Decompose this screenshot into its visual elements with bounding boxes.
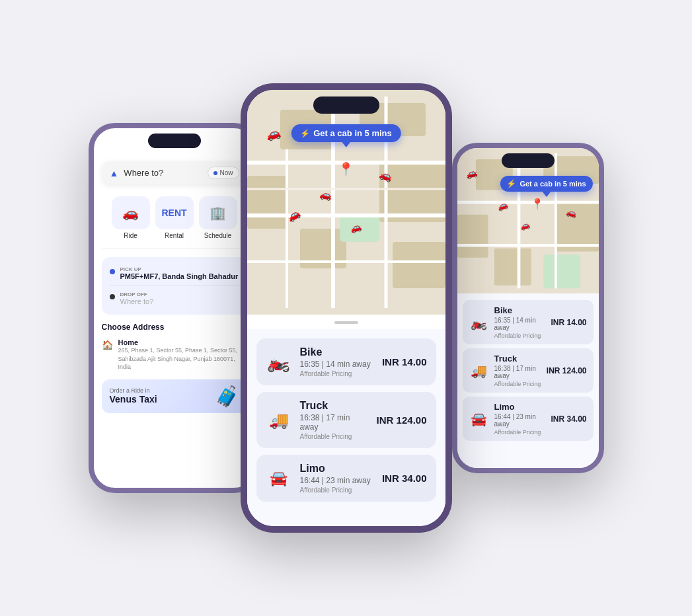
now-badge[interactable]: Now [208, 167, 239, 179]
search-placeholder: Where to? [124, 168, 202, 178]
phones-container: ▲ Where to? Now 🚗 Ride RENT Rental [89, 24, 604, 592]
search-bar[interactable]: ▲ Where to? Now [102, 161, 247, 184]
phone-left: ▲ Where to? Now 🚗 Ride RENT Rental [89, 123, 260, 493]
right-limo-name: Limo [494, 402, 546, 412]
divider-1 [102, 249, 247, 249]
address-home[interactable]: 🏠 Home 265, Phase 1, Sector 55, Phase 1,… [94, 334, 255, 375]
map-right: ⚡ Get a cab in 5 mins 📍 🚗 🚗 🚗 🚗 [457, 148, 599, 293]
right-bike-time: 16:35 | 14 min away [494, 317, 546, 331]
right-limo-icon: 🚘 [469, 411, 489, 427]
cab-bubble-right[interactable]: ⚡ Get a cab in 5 mins [500, 176, 592, 192]
bike-time: 16:35 | 14 min away [300, 360, 374, 369]
phone-right: ⚡ Get a cab in 5 mins 📍 🚗 🚗 🚗 🚗 🏍️ Bike [452, 143, 604, 473]
promo-text-block: Order a Ride in Venus Taxi [110, 387, 157, 404]
ride-icon-box: 🚗 [112, 196, 150, 229]
cab-bubble-text-right: Get a cab in 5 mins [519, 180, 586, 188]
service-schedule[interactable]: 🏢 Schedule [199, 196, 237, 239]
right-bike-info: Bike 16:35 | 14 min away Affordable Pric… [494, 305, 546, 339]
ride-card-limo[interactable]: 🚘 Limo 16:44 | 23 min away Affordable Pr… [256, 455, 436, 502]
home-name: Home [118, 338, 247, 346]
right-limo-info: Limo 16:44 | 23 min away Affordable Pric… [494, 402, 546, 436]
limo-time: 16:44 | 23 min away [300, 476, 374, 485]
pickup-dot [110, 269, 115, 274]
ride-label: Ride [124, 232, 137, 239]
dropoff-dot [110, 294, 115, 299]
limo-info: Limo 16:44 | 23 min away Affordable Pric… [300, 463, 374, 494]
phone-center: ⚡ Get a cab in 5 mins 📍 🚗 🚗 🚗 🚗 🚗 🏍️ [241, 83, 452, 533]
right-ride-limo[interactable]: 🚘 Limo 16:44 | 23 min away Affordable Pr… [463, 397, 594, 441]
notch-right [502, 153, 555, 168]
location-box: PICK UP PM5F+MF7, Banda Singh Bahadur DR… [102, 257, 247, 315]
schedule-label: Schedule [204, 232, 232, 239]
truck-info: Truck 16:38 | 17 min away Affordable Pri… [300, 400, 369, 440]
bike-tag: Affordable Pricing [300, 370, 374, 377]
right-bike-name: Bike [494, 305, 546, 315]
location-pin-right: 📍 [531, 198, 544, 210]
right-limo-time: 16:44 | 23 min away [494, 413, 546, 428]
right-ride-bike[interactable]: 🏍️ Bike 16:35 | 14 min away Affordable P… [463, 300, 594, 344]
loc-separator [110, 286, 239, 286]
ride-card-bike[interactable]: 🏍️ Bike 16:35 | 14 min away Affordable P… [256, 338, 436, 385]
ride-card-truck[interactable]: 🚚 Truck 16:38 | 17 min away Affordable P… [256, 392, 436, 448]
truck-tag: Affordable Pricing [300, 433, 369, 440]
truck-icon: 🚚 [266, 411, 292, 430]
right-bike-tag: Affordable Pricing [494, 332, 546, 339]
service-rental[interactable]: RENT Rental [155, 196, 194, 239]
bike-name: Bike [300, 346, 374, 358]
limo-icon: 🚘 [266, 470, 292, 487]
right-truck-icon: 🚚 [469, 363, 489, 379]
map-car-5: 🚗 [319, 188, 333, 202]
bike-icon: 🏍️ [266, 351, 292, 373]
right-truck-time: 16:38 | 17 min away [494, 365, 541, 379]
right-bike-icon: 🏍️ [469, 315, 489, 330]
dropoff-info: DROP OFF Where to? [120, 291, 154, 305]
now-label: Now [219, 169, 233, 176]
right-truck-info: Truck 16:38 | 17 min away Affordable Pri… [494, 354, 541, 387]
limo-price: INR 34.00 [382, 473, 427, 484]
service-ride[interactable]: 🚗 Ride [112, 196, 150, 239]
promo-large: Venus Taxi [110, 394, 157, 404]
home-address-info: Home 265, Phase 1, Sector 55, Phase 1, S… [118, 338, 247, 371]
promo-small: Order a Ride in [110, 387, 157, 394]
right-bottom-panel: 🏍️ Bike 16:35 | 14 min away Affordable P… [457, 293, 599, 468]
limo-tag: Affordable Pricing [300, 486, 374, 494]
lightning-icon: ⚡ [300, 129, 310, 138]
svg-rect-18 [457, 215, 488, 258]
location-pin-center: 📍 [338, 161, 354, 177]
right-limo-tag: Affordable Pricing [494, 429, 546, 436]
svg-rect-20 [494, 249, 531, 286]
bottom-panel-center: 🏍️ Bike 16:35 | 14 min away Affordable P… [247, 329, 445, 526]
choose-address-title: Choose Address [94, 319, 255, 334]
home-icon: 🏠 [102, 340, 113, 350]
pickup-info: PICK UP PM5F+MF7, Banda Singh Bahadur [120, 266, 239, 280]
right-phone-content: ⚡ Get a cab in 5 mins 📍 🚗 🚗 🚗 🚗 🏍️ Bike [457, 148, 599, 468]
dropoff-placeholder: Where to? [120, 297, 154, 305]
cab-bubble-center[interactable]: ⚡ Get a cab in 5 mins [291, 124, 401, 142]
pickup-label: PICK UP [120, 266, 239, 272]
right-ride-truck[interactable]: 🚚 Truck 16:38 | 17 min away Affordable P… [463, 348, 594, 393]
notch-left [148, 134, 201, 148]
service-icons: 🚗 Ride RENT Rental 🏢 Schedule [94, 191, 255, 245]
location-icon: ▲ [110, 168, 119, 178]
handle-bar-center [334, 321, 358, 324]
right-limo-price: INR 34.00 [551, 414, 586, 424]
promo-banner: Order a Ride in Venus Taxi 🧳 [102, 379, 247, 413]
truck-time: 16:38 | 17 min away [300, 413, 369, 432]
bike-price: INR 14.00 [382, 356, 427, 367]
map-center: ⚡ Get a cab in 5 mins 📍 🚗 🚗 🚗 🚗 🚗 [247, 90, 445, 315]
promo-image: 🧳 [215, 385, 239, 408]
pickup-value: PM5F+MF7, Banda Singh Bahadur [120, 272, 239, 280]
svg-rect-6 [393, 242, 445, 288]
dropoff-label: DROP OFF [120, 291, 154, 297]
right-truck-name: Truck [494, 354, 541, 364]
svg-rect-3 [247, 176, 287, 229]
map-svg-center [247, 90, 445, 315]
rental-icon-box: RENT [155, 196, 194, 229]
pickup-row: PICK UP PM5F+MF7, Banda Singh Bahadur [110, 264, 239, 283]
right-bike-price: INR 14.00 [551, 318, 586, 327]
left-phone-content: ▲ Where to? Now 🚗 Ride RENT Rental [94, 128, 255, 488]
truck-price: INR 124.00 [377, 414, 427, 426]
dropoff-row: DROP OFF Where to? [110, 289, 239, 308]
limo-name: Limo [300, 463, 374, 475]
bike-info: Bike 16:35 | 14 min away Affordable Pric… [300, 346, 374, 377]
